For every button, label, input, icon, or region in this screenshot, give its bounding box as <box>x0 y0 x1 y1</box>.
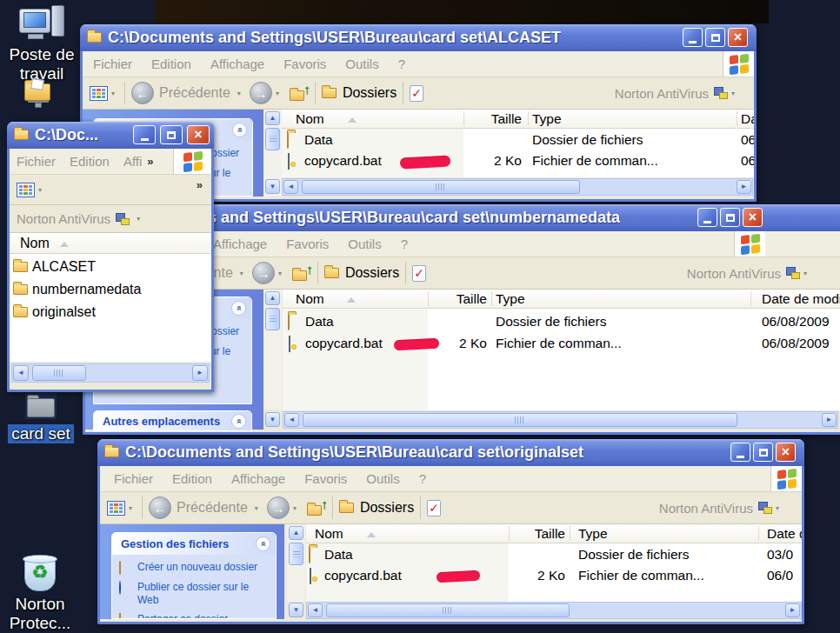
menu-fichier[interactable]: Fichier <box>17 154 56 169</box>
menu-fichier[interactable]: Fichier <box>114 471 153 486</box>
scroll-thumb[interactable] <box>32 365 86 381</box>
norton-dropdown-icon[interactable]: ▾ <box>137 215 140 223</box>
collapse-chevron-button[interactable]: » <box>232 123 247 137</box>
close-button[interactable]: × <box>743 208 763 227</box>
scroll-left-button[interactable]: ◄ <box>283 180 298 194</box>
back-label[interactable]: Précédente <box>177 500 248 516</box>
norton-check-icon[interactable]: ✓ <box>412 265 426 282</box>
minimize-button[interactable] <box>697 208 717 227</box>
norton-check-icon[interactable]: ✓ <box>410 85 423 102</box>
folders-button[interactable]: Dossiers <box>324 265 399 281</box>
maximize-button[interactable] <box>753 443 773 462</box>
collapse-chevron-button[interactable]: » <box>231 301 246 316</box>
views-button[interactable]: ▾ <box>17 183 45 197</box>
close-button[interactable]: × <box>187 125 210 144</box>
views-button[interactable]: ▾ <box>90 86 118 101</box>
minimize-button[interactable] <box>683 28 703 47</box>
desktop-icon-shared-folder[interactable] <box>10 78 66 113</box>
norton-antivirus-button[interactable]: Norton AntiVirus ▾ <box>687 266 810 281</box>
scroll-up-button[interactable]: ▲ <box>265 291 280 305</box>
scroll-right-button[interactable]: ► <box>785 603 800 617</box>
menu-aide[interactable]: ? <box>419 471 426 486</box>
column-size[interactable]: Taille <box>499 526 565 542</box>
task-pane-scrollbar[interactable]: ▲ <box>287 524 305 602</box>
minimize-button[interactable] <box>133 125 156 144</box>
menu-outils[interactable]: Outils <box>366 471 399 486</box>
forward-dropdown-icon[interactable]: ▾ <box>278 270 282 277</box>
column-name[interactable]: Nom <box>20 236 50 251</box>
scroll-up-button[interactable]: ▲ <box>289 526 303 540</box>
menu-edition[interactable]: Edition <box>172 471 212 486</box>
forward-button[interactable]: → <box>267 496 290 519</box>
horizontal-scrollbar[interactable]: ◄ ► <box>282 178 753 196</box>
menu-favoris[interactable]: Favoris <box>304 471 347 486</box>
task-pane-scrollbar[interactable]: ▲ <box>263 290 282 410</box>
column-date[interactable]: Date de modification <box>762 291 840 307</box>
scroll-thumb[interactable] <box>265 128 280 150</box>
minimize-button[interactable] <box>730 443 750 462</box>
scroll-thumb[interactable] <box>289 543 303 565</box>
forward-button[interactable]: → <box>250 82 272 104</box>
back-dropdown-icon[interactable]: ▾ <box>255 504 258 512</box>
views-button[interactable]: ▾ <box>107 501 136 516</box>
norton-antivirus-button[interactable]: Norton AntiVirus ▾ <box>615 86 738 101</box>
task-share-folder[interactable]: Partager ce dossier <box>119 613 269 619</box>
back-dropdown-icon[interactable]: ▾ <box>237 90 241 97</box>
column-size[interactable]: Taille <box>422 291 487 307</box>
scroll-down-button[interactable]: ▼ <box>289 603 303 617</box>
menu-affichage-clipped[interactable]: Affi <box>123 154 142 169</box>
folders-button[interactable]: Dossiers <box>322 85 397 101</box>
horizontal-scrollbar[interactable]: ◄ ► <box>306 602 802 619</box>
scroll-up-button[interactable]: ▲ <box>265 111 280 125</box>
norton-antivirus-button[interactable]: Norton AntiVirus ▾ <box>659 501 783 516</box>
collapse-chevron-button[interactable]: » <box>256 536 270 551</box>
back-dropdown-icon[interactable]: ▾ <box>240 270 243 277</box>
maximize-button[interactable] <box>720 208 740 227</box>
task-publish-web[interactable]: Publier ce dossier sur le Web <box>119 581 269 607</box>
menu-aide[interactable]: ? <box>398 57 405 71</box>
menu-outils[interactable]: Outils <box>345 57 378 71</box>
horizontal-scrollbar[interactable]: ◄ ► <box>283 411 838 429</box>
folder-row[interactable]: numbernamedata <box>10 278 211 301</box>
menu-overflow-chevron[interactable]: » <box>147 155 153 168</box>
titlebar[interactable]: C:\Documents and Settings\USER\Bureau\ca… <box>80 24 757 51</box>
column-type[interactable]: Type <box>496 291 525 307</box>
column-size[interactable]: Taille <box>456 111 522 127</box>
up-button[interactable]: ↑ <box>307 500 326 516</box>
scroll-left-button[interactable]: ◄ <box>284 413 299 427</box>
close-button[interactable]: × <box>776 443 796 462</box>
titlebar[interactable]: C:\Doc... × <box>7 122 214 149</box>
toolbar-overflow-chevron[interactable]: » <box>197 178 203 191</box>
folder-row[interactable]: ALCASET <box>10 256 211 278</box>
menu-fichier[interactable]: Fichier <box>93 57 132 71</box>
menu-affichage[interactable]: Affichage <box>213 237 267 251</box>
norton-check-icon[interactable]: ✓ <box>427 500 441 516</box>
column-type[interactable]: Type <box>532 111 562 127</box>
menu-outils[interactable]: Outils <box>348 237 381 251</box>
desktop-icon-norton-protected[interactable]: ♻ Norton Protec... <box>0 553 80 633</box>
forward-dropdown-icon[interactable]: ▾ <box>293 504 297 512</box>
scroll-thumb[interactable] <box>303 413 737 427</box>
forward-dropdown-icon[interactable]: ▾ <box>276 90 279 97</box>
maximize-button[interactable] <box>705 28 725 47</box>
scroll-right-button[interactable]: ► <box>822 413 837 427</box>
maximize-button[interactable] <box>160 125 183 144</box>
up-button[interactable]: ↑ <box>292 265 311 281</box>
menu-edition[interactable]: Edition <box>70 154 110 169</box>
menu-edition[interactable]: Edition <box>151 57 191 71</box>
column-date[interactable]: Date de modification <box>767 526 802 542</box>
menu-aide[interactable]: ? <box>401 237 408 251</box>
up-button[interactable]: ↑ <box>290 85 309 101</box>
other-places-header[interactable]: Autres emplacements » <box>93 410 252 431</box>
forward-button[interactable]: → <box>252 262 275 284</box>
column-type[interactable]: Type <box>578 526 608 542</box>
column-name[interactable]: Nom <box>315 526 343 542</box>
back-button[interactable]: ← <box>131 82 154 104</box>
titlebar[interactable]: C:\Documents and Settings\USER\Bureau\ca… <box>97 439 804 466</box>
scroll-right-button[interactable]: ► <box>737 180 751 194</box>
column-name[interactable]: Nom <box>296 111 324 127</box>
task-create-folder[interactable]: Créer un nouveau dossier <box>119 561 269 575</box>
back-button[interactable]: ← <box>149 496 171 519</box>
menu-affichage[interactable]: Affichage <box>210 57 264 71</box>
scroll-left-button[interactable]: ◄ <box>13 365 29 381</box>
